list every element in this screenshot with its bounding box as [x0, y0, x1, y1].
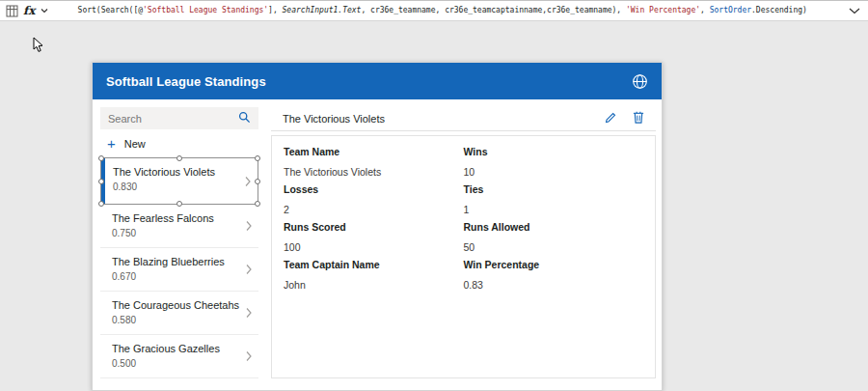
form-field: Team Name The Victorious Violets	[284, 146, 464, 183]
field-label: Team Name	[284, 146, 464, 157]
formula-segment-string: 'Softball League Standings'	[143, 6, 268, 14]
formula-segment-enum: SortOrder	[710, 6, 751, 14]
form-field: Runs Scored 100	[284, 221, 464, 259]
selection-handle[interactable]	[98, 201, 104, 207]
selection-handle[interactable]	[255, 201, 260, 207]
list-item-team[interactable]: The Fearless Falcons 0.750	[100, 205, 258, 248]
selection-handle[interactable]	[98, 155, 104, 161]
field-value: 2	[284, 204, 464, 215]
formula-segment: Sort(	[78, 6, 101, 14]
field-value: The Victorious Violets	[284, 166, 464, 178]
formula-segment: ],	[268, 6, 282, 14]
property-type-icon	[6, 5, 18, 17]
search-icon	[238, 110, 251, 127]
app-title: Softball League Standings	[106, 74, 266, 89]
field-label: Runs Scored	[284, 221, 464, 233]
detail-header: The Victorious Violets	[271, 106, 656, 131]
form-field: Win Percentage 0.83	[464, 259, 644, 296]
selection-handle[interactable]	[176, 201, 182, 207]
field-label: Wins	[464, 146, 644, 157]
field-label: Ties	[464, 183, 644, 195]
formula-segment-identifier: SearchInput1.Text	[283, 6, 362, 14]
globe-icon[interactable]	[632, 73, 648, 90]
gallery-panel: Search + New	[100, 107, 258, 378]
new-button-label: New	[124, 138, 146, 150]
field-value: 0.83	[464, 279, 644, 291]
formula-segment: .Descending)	[751, 6, 807, 14]
detail-form: Team Name The Victorious Violets Wins 10…	[271, 135, 656, 378]
formula-segment: , cr36e_teamname, cr36e_teamcaptainname,…	[361, 6, 626, 14]
list-item-team[interactable]: The Gracious Gazelles 0.500	[100, 335, 258, 378]
team-win-pct: 0.750	[112, 228, 239, 238]
list-item-team[interactable]: The Courageous Cheetahs 0.580	[100, 292, 258, 335]
team-win-pct: 0.670	[112, 271, 239, 282]
fx-label: fx	[23, 5, 35, 16]
team-name: The Blazing Blueberries	[112, 256, 239, 267]
selection-handle[interactable]	[98, 179, 104, 184]
formula-segment-string: 'Win Percentage'	[626, 6, 700, 14]
field-value: 100	[284, 241, 464, 253]
list-item-team[interactable]: The Victorious Violets 0.830	[100, 157, 258, 205]
field-value: 10	[464, 166, 644, 178]
chevron-right-icon	[246, 308, 252, 319]
chevron-right-icon	[245, 176, 251, 186]
search-input[interactable]: Search	[100, 107, 258, 129]
edit-pencil-icon[interactable]	[605, 111, 617, 126]
form-field: Team Captain Name John	[284, 259, 464, 296]
search-placeholder: Search	[108, 113, 238, 125]
team-list: The Victorious Violets 0.830 The Fearles…	[100, 157, 258, 378]
detail-title: The Victorious Violets	[283, 113, 385, 125]
formula-bar: fx Sort(Search([@'Softball League Standi…	[0, 0, 868, 21]
chevron-right-icon	[246, 265, 252, 275]
new-button[interactable]: + New	[100, 129, 258, 156]
delete-trash-icon[interactable]	[633, 111, 644, 126]
app-header: Softball League Standings	[93, 63, 662, 99]
formula-expand-chevron-icon[interactable]	[849, 8, 860, 14]
canvas-workspace: Softball League Standings Search + New	[0, 22, 868, 391]
team-name: The Courageous Cheetahs	[112, 299, 239, 311]
detail-actions	[605, 111, 644, 126]
mouse-cursor	[33, 37, 44, 57]
formula-segment: [@	[133, 6, 143, 14]
team-win-pct: 0.830	[113, 182, 238, 192]
field-label: Losses	[284, 183, 464, 195]
team-win-pct: 0.580	[112, 315, 239, 325]
fields-grid: Team Name The Victorious Violets Wins 10…	[284, 146, 643, 296]
form-field: Ties 1	[464, 183, 644, 221]
app-body: Search + New	[93, 99, 662, 390]
form-field: Wins 10	[464, 146, 644, 183]
selection-handle[interactable]	[255, 179, 260, 184]
chevron-right-icon	[246, 351, 252, 362]
formula-segment: ,	[700, 6, 710, 14]
chevron-right-icon	[246, 221, 252, 232]
field-value: John	[284, 279, 464, 291]
formula-segment: Search(	[101, 6, 134, 14]
form-field: Losses 2	[284, 183, 464, 221]
form-field: Runs Allowed 50	[464, 221, 644, 259]
selection-handle[interactable]	[176, 155, 182, 161]
team-name: The Gracious Gazelles	[112, 343, 239, 354]
list-item-team[interactable]: The Blazing Blueberries 0.670	[100, 248, 258, 292]
plus-icon: +	[107, 139, 116, 149]
fx-dropdown-chevron-icon[interactable]	[41, 8, 48, 14]
field-label: Team Captain Name	[284, 259, 464, 270]
team-name: The Victorious Violets	[113, 166, 238, 178]
field-value: 1	[464, 204, 644, 215]
team-name: The Fearless Falcons	[112, 212, 239, 224]
selection-handle[interactable]	[255, 155, 260, 161]
field-label: Win Percentage	[464, 259, 644, 270]
team-win-pct: 0.500	[112, 358, 239, 369]
field-label: Runs Allowed	[464, 221, 644, 233]
field-value: 50	[464, 241, 644, 253]
app-screen: Softball League Standings Search + New	[92, 62, 663, 391]
